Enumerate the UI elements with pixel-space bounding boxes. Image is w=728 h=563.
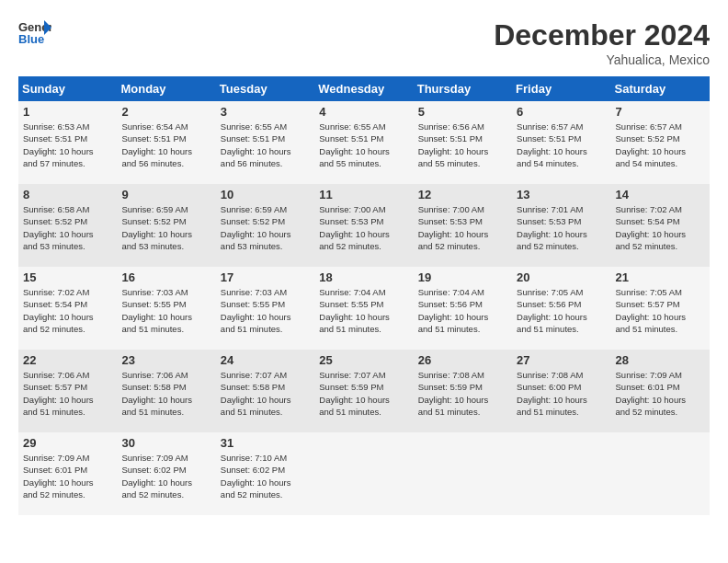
week-row-2: 8Sunrise: 6:58 AM Sunset: 5:52 PM Daylig… <box>18 184 710 267</box>
calendar-cell: 22Sunrise: 7:06 AM Sunset: 5:57 PM Dayli… <box>18 350 117 432</box>
day-info: Sunrise: 6:56 AM Sunset: 5:51 PM Dayligh… <box>418 121 507 169</box>
calendar-cell: 1Sunrise: 6:53 AM Sunset: 5:51 PM Daylig… <box>18 101 117 184</box>
calendar-header-row: SundayMondayTuesdayWednesdayThursdayFrid… <box>18 76 710 101</box>
column-header-thursday: Thursday <box>414 76 512 101</box>
calendar-cell: 21Sunrise: 7:05 AM Sunset: 5:57 PM Dayli… <box>611 267 710 350</box>
calendar-body: 1Sunrise: 6:53 AM Sunset: 5:51 PM Daylig… <box>18 101 710 515</box>
logo: General Blue <box>18 18 51 46</box>
day-info: Sunrise: 7:05 AM Sunset: 5:56 PM Dayligh… <box>517 286 606 335</box>
column-header-saturday: Saturday <box>611 76 710 101</box>
calendar-cell: 24Sunrise: 7:07 AM Sunset: 5:58 PM Dayli… <box>216 350 314 432</box>
logo-icon: General Blue <box>18 18 51 46</box>
calendar-cell: 30Sunrise: 7:09 AM Sunset: 6:02 PM Dayli… <box>117 432 215 515</box>
day-number: 13 <box>517 188 606 201</box>
calendar-cell: 3Sunrise: 6:55 AM Sunset: 5:51 PM Daylig… <box>216 101 314 184</box>
day-number: 28 <box>616 353 705 367</box>
calendar-cell: 6Sunrise: 6:57 AM Sunset: 5:51 PM Daylig… <box>512 101 610 184</box>
calendar-cell: 23Sunrise: 7:06 AM Sunset: 5:58 PM Dayli… <box>117 350 215 432</box>
calendar-cell <box>611 432 710 515</box>
calendar-cell: 19Sunrise: 7:04 AM Sunset: 5:56 PM Dayli… <box>414 267 512 350</box>
column-header-friday: Friday <box>512 76 610 101</box>
column-header-sunday: Sunday <box>18 76 117 101</box>
day-info: Sunrise: 7:09 AM Sunset: 6:01 PM Dayligh… <box>23 452 112 500</box>
calendar-cell: 12Sunrise: 7:00 AM Sunset: 5:53 PM Dayli… <box>414 184 512 267</box>
day-info: Sunrise: 7:04 AM Sunset: 5:56 PM Dayligh… <box>418 286 507 335</box>
day-info: Sunrise: 6:57 AM Sunset: 5:51 PM Dayligh… <box>517 121 606 169</box>
day-info: Sunrise: 7:02 AM Sunset: 5:54 PM Dayligh… <box>23 286 112 335</box>
calendar-table: SundayMondayTuesdayWednesdayThursdayFrid… <box>18 76 710 515</box>
day-info: Sunrise: 6:58 AM Sunset: 5:52 PM Dayligh… <box>23 203 112 252</box>
day-number: 23 <box>121 353 210 367</box>
day-info: Sunrise: 7:06 AM Sunset: 5:57 PM Dayligh… <box>23 369 112 418</box>
day-number: 14 <box>616 188 705 201</box>
day-number: 16 <box>121 270 210 284</box>
day-info: Sunrise: 6:57 AM Sunset: 5:52 PM Dayligh… <box>616 121 705 169</box>
day-info: Sunrise: 7:08 AM Sunset: 6:00 PM Dayligh… <box>517 369 606 418</box>
calendar-cell: 8Sunrise: 6:58 AM Sunset: 5:52 PM Daylig… <box>18 184 117 267</box>
calendar-cell: 5Sunrise: 6:56 AM Sunset: 5:51 PM Daylig… <box>414 101 512 184</box>
day-number: 26 <box>418 353 507 367</box>
day-number: 19 <box>418 270 507 284</box>
calendar-cell <box>512 432 610 515</box>
day-number: 12 <box>418 188 507 201</box>
calendar-cell <box>314 432 413 515</box>
page-header: General Blue December 2024 Yahualica, Me… <box>18 18 710 67</box>
calendar-cell: 13Sunrise: 7:01 AM Sunset: 5:53 PM Dayli… <box>512 184 610 267</box>
day-info: Sunrise: 7:06 AM Sunset: 5:58 PM Dayligh… <box>121 369 210 418</box>
week-row-5: 29Sunrise: 7:09 AM Sunset: 6:01 PM Dayli… <box>18 432 710 515</box>
day-number: 8 <box>23 188 112 201</box>
day-info: Sunrise: 6:59 AM Sunset: 5:52 PM Dayligh… <box>221 203 310 252</box>
column-header-wednesday: Wednesday <box>314 76 413 101</box>
day-info: Sunrise: 7:07 AM Sunset: 5:58 PM Dayligh… <box>221 369 310 418</box>
day-info: Sunrise: 7:03 AM Sunset: 5:55 PM Dayligh… <box>121 286 210 335</box>
day-number: 27 <box>517 353 606 367</box>
day-info: Sunrise: 7:00 AM Sunset: 5:53 PM Dayligh… <box>319 203 408 252</box>
calendar-cell: 14Sunrise: 7:02 AM Sunset: 5:54 PM Dayli… <box>611 184 710 267</box>
day-info: Sunrise: 7:09 AM Sunset: 6:02 PM Dayligh… <box>121 452 210 500</box>
day-info: Sunrise: 6:54 AM Sunset: 5:51 PM Dayligh… <box>121 121 210 169</box>
day-number: 18 <box>319 270 408 284</box>
calendar-cell: 25Sunrise: 7:07 AM Sunset: 5:59 PM Dayli… <box>314 350 413 432</box>
calendar-cell: 7Sunrise: 6:57 AM Sunset: 5:52 PM Daylig… <box>611 101 710 184</box>
day-number: 11 <box>319 188 408 201</box>
day-info: Sunrise: 6:55 AM Sunset: 5:51 PM Dayligh… <box>221 121 310 169</box>
day-info: Sunrise: 7:08 AM Sunset: 5:59 PM Dayligh… <box>418 369 507 418</box>
day-number: 31 <box>221 436 310 450</box>
day-number: 9 <box>121 188 210 201</box>
calendar-cell: 29Sunrise: 7:09 AM Sunset: 6:01 PM Dayli… <box>18 432 117 515</box>
week-row-3: 15Sunrise: 7:02 AM Sunset: 5:54 PM Dayli… <box>18 267 710 350</box>
day-number: 22 <box>23 353 112 367</box>
calendar-cell: 2Sunrise: 6:54 AM Sunset: 5:51 PM Daylig… <box>117 101 215 184</box>
svg-text:Blue: Blue <box>18 32 44 46</box>
day-number: 30 <box>121 436 210 450</box>
day-number: 2 <box>121 105 210 119</box>
day-info: Sunrise: 7:10 AM Sunset: 6:02 PM Dayligh… <box>221 452 310 500</box>
calendar-cell: 17Sunrise: 7:03 AM Sunset: 5:55 PM Dayli… <box>216 267 314 350</box>
day-info: Sunrise: 7:04 AM Sunset: 5:55 PM Dayligh… <box>319 286 408 335</box>
calendar-cell: 18Sunrise: 7:04 AM Sunset: 5:55 PM Dayli… <box>314 267 413 350</box>
title-area: December 2024 Yahualica, Mexico <box>494 18 710 67</box>
day-info: Sunrise: 7:01 AM Sunset: 5:53 PM Dayligh… <box>517 203 606 252</box>
calendar-cell: 28Sunrise: 7:09 AM Sunset: 6:01 PM Dayli… <box>611 350 710 432</box>
day-info: Sunrise: 6:59 AM Sunset: 5:52 PM Dayligh… <box>121 203 210 252</box>
day-info: Sunrise: 7:07 AM Sunset: 5:59 PM Dayligh… <box>319 369 408 418</box>
day-number: 1 <box>23 105 112 119</box>
calendar-cell: 9Sunrise: 6:59 AM Sunset: 5:52 PM Daylig… <box>117 184 215 267</box>
day-number: 20 <box>517 270 606 284</box>
day-number: 4 <box>319 105 408 119</box>
calendar-cell: 11Sunrise: 7:00 AM Sunset: 5:53 PM Dayli… <box>314 184 413 267</box>
day-info: Sunrise: 6:55 AM Sunset: 5:51 PM Dayligh… <box>319 121 408 169</box>
column-header-tuesday: Tuesday <box>216 76 314 101</box>
day-number: 6 <box>517 105 606 119</box>
week-row-1: 1Sunrise: 6:53 AM Sunset: 5:51 PM Daylig… <box>18 101 710 184</box>
calendar-cell: 31Sunrise: 7:10 AM Sunset: 6:02 PM Dayli… <box>216 432 314 515</box>
calendar-cell: 20Sunrise: 7:05 AM Sunset: 5:56 PM Dayli… <box>512 267 610 350</box>
calendar-cell: 10Sunrise: 6:59 AM Sunset: 5:52 PM Dayli… <box>216 184 314 267</box>
day-info: Sunrise: 7:00 AM Sunset: 5:53 PM Dayligh… <box>418 203 507 252</box>
calendar-cell: 16Sunrise: 7:03 AM Sunset: 5:55 PM Dayli… <box>117 267 215 350</box>
month-title: December 2024 <box>494 18 710 52</box>
calendar-cell: 15Sunrise: 7:02 AM Sunset: 5:54 PM Dayli… <box>18 267 117 350</box>
day-number: 3 <box>221 105 310 119</box>
day-number: 7 <box>616 105 705 119</box>
day-info: Sunrise: 7:09 AM Sunset: 6:01 PM Dayligh… <box>616 369 705 418</box>
